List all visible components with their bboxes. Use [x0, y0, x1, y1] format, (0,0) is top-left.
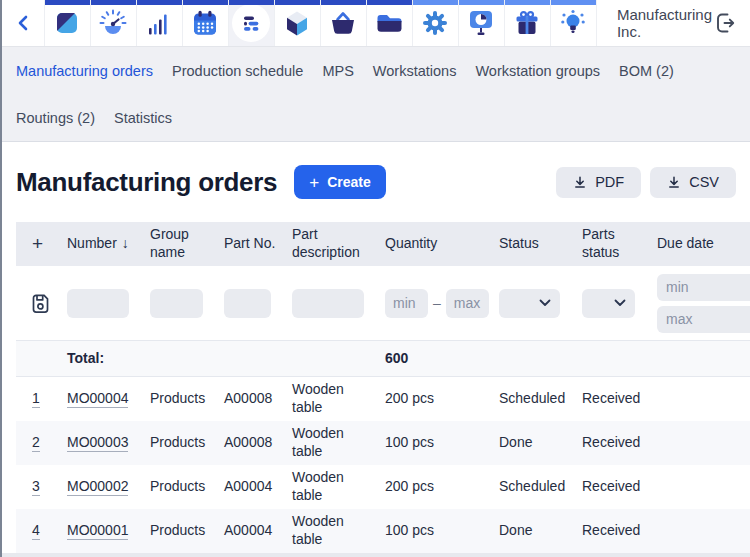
column-header-due-date[interactable]: Due date — [657, 235, 750, 253]
table-row: 3 MO00002 Products A00004 Wooden table 2… — [16, 465, 750, 509]
quantity-cell: 100 pcs — [385, 434, 499, 452]
app-icon-settings[interactable] — [412, 0, 458, 46]
app-icon-stock[interactable] — [274, 0, 320, 46]
presentation-chart-icon — [468, 9, 494, 37]
table-row: 1 MO00004 Products A00008 Wooden table 2… — [16, 377, 750, 421]
status-cell: Scheduled — [499, 390, 582, 408]
filter-quantity-min-input[interactable] — [385, 289, 428, 318]
group-name-cell: Products — [150, 478, 224, 496]
filter-due-date-max-input[interactable] — [657, 306, 750, 333]
column-header-parts-status[interactable]: Parts status — [582, 226, 657, 262]
total-row: Total: 600 — [16, 340, 750, 377]
filter-number-input[interactable] — [67, 289, 129, 318]
app-icon-reports[interactable] — [458, 0, 504, 46]
module-tabs: Manufacturing orders Production schedule… — [2, 47, 750, 142]
column-header-quantity[interactable]: Quantity — [385, 235, 499, 253]
row-index-link[interactable]: 2 — [32, 434, 40, 452]
save-filter-icon[interactable] — [30, 292, 59, 314]
page-header: Manufacturing orders + Create PDF CSV — [2, 142, 750, 199]
app-icon-tips[interactable] — [550, 0, 596, 46]
create-button-label: Create — [327, 174, 371, 190]
order-number-link[interactable]: MO00004 — [67, 390, 128, 408]
gauge-icon — [99, 9, 127, 37]
filter-part-description-input[interactable] — [292, 289, 364, 318]
calendar-icon — [192, 10, 218, 36]
order-number-link[interactable]: MO00002 — [67, 478, 128, 496]
column-header-number[interactable]: Number↓ — [67, 235, 150, 253]
parts-status-cell: Received — [582, 478, 657, 496]
filter-due-date-min-input[interactable] — [657, 274, 750, 301]
app-window: Manufacturing Inc. Manufacturing orders … — [0, 0, 750, 557]
table-bottom-strip — [2, 553, 750, 557]
filter-parts-status-select[interactable] — [582, 289, 635, 318]
tab-manufacturing-orders[interactable]: Manufacturing orders — [16, 63, 153, 79]
tab-workstations[interactable]: Workstations — [373, 63, 457, 79]
pdf-button-label: PDF — [595, 174, 624, 190]
lightbulb-icon — [560, 9, 586, 37]
csv-button-label: CSV — [689, 174, 719, 190]
part-description-cell: Wooden table — [292, 425, 354, 461]
column-header-group-name[interactable]: Group name — [150, 226, 224, 262]
app-icon-logo[interactable] — [44, 0, 90, 46]
filter-part-no-input[interactable] — [224, 289, 271, 318]
tab-bom[interactable]: BOM (2) — [619, 63, 674, 79]
quantity-cell: 200 pcs — [385, 478, 499, 496]
column-header-status[interactable]: Status — [499, 235, 582, 253]
parts-status-cell: Received — [582, 434, 657, 452]
order-number-link[interactable]: MO00001 — [67, 522, 128, 540]
filter-quantity-max-input[interactable] — [446, 289, 489, 318]
part-no-cell: A00004 — [224, 478, 292, 496]
logout-icon[interactable] — [712, 10, 737, 36]
quantity-cell: 200 pcs — [385, 390, 499, 408]
download-icon — [573, 175, 587, 189]
app-icon-statistics[interactable] — [136, 0, 182, 46]
basket-icon — [329, 10, 357, 37]
total-quantity: 600 — [385, 350, 499, 368]
csv-export-button[interactable]: CSV — [650, 167, 736, 198]
tab-production-schedule[interactable]: Production schedule — [172, 63, 303, 79]
back-button[interactable] — [2, 0, 44, 46]
app-icon-calendar[interactable] — [182, 0, 228, 46]
status-cell: Scheduled — [499, 478, 582, 496]
status-cell: Done — [499, 434, 582, 452]
pdf-export-button[interactable]: PDF — [556, 167, 641, 198]
create-button[interactable]: + Create — [294, 165, 386, 199]
row-index-link[interactable]: 3 — [32, 478, 40, 496]
logo-icon — [54, 10, 80, 36]
tab-mps[interactable]: MPS — [322, 63, 353, 79]
filter-status-select[interactable] — [499, 289, 560, 318]
app-icon-procurement[interactable] — [320, 0, 366, 46]
part-description-cell: Wooden table — [292, 381, 354, 417]
filter-row: – — [16, 266, 750, 340]
tab-workstation-groups[interactable]: Workstation groups — [475, 63, 600, 79]
app-icon-manufacturing-active[interactable] — [228, 0, 274, 46]
download-icon — [667, 175, 681, 189]
row-index-link[interactable]: 4 — [32, 522, 40, 540]
add-row-icon[interactable]: + — [32, 233, 43, 254]
column-header-part-description[interactable]: Part description — [292, 226, 385, 262]
part-no-cell: A00004 — [224, 522, 292, 540]
part-no-cell: A00008 — [224, 390, 292, 408]
tab-row-2: Routings (2) Statistics — [16, 110, 736, 126]
status-cell: Done — [499, 522, 582, 540]
chevron-down-icon — [614, 299, 626, 307]
table-row: 2 MO00003 Products A00008 Wooden table 1… — [16, 421, 750, 465]
column-header-part-no[interactable]: Part No. — [224, 235, 292, 253]
total-label: Total: — [67, 350, 150, 368]
plus-icon: + — [309, 174, 319, 191]
app-icon-documents[interactable] — [366, 0, 412, 46]
app-icon-rewards[interactable] — [504, 0, 550, 46]
tab-routings[interactable]: Routings (2) — [16, 110, 95, 126]
part-description-cell: Wooden table — [292, 469, 354, 505]
row-index-link[interactable]: 1 — [32, 390, 40, 408]
group-name-cell: Products — [150, 434, 224, 452]
tab-statistics[interactable]: Statistics — [114, 110, 172, 126]
table-header-row: + Number↓ Group name Part No. Part descr… — [16, 222, 750, 266]
cube-icon — [283, 9, 311, 37]
topbar: Manufacturing Inc. — [2, 0, 750, 47]
table-row: 4 MO00001 Products A00004 Wooden table 1… — [16, 509, 750, 553]
app-icon-dashboard[interactable] — [90, 0, 136, 46]
order-number-link[interactable]: MO00003 — [67, 434, 128, 452]
column-label: Number — [67, 235, 117, 251]
filter-group-name-input[interactable] — [150, 289, 203, 318]
